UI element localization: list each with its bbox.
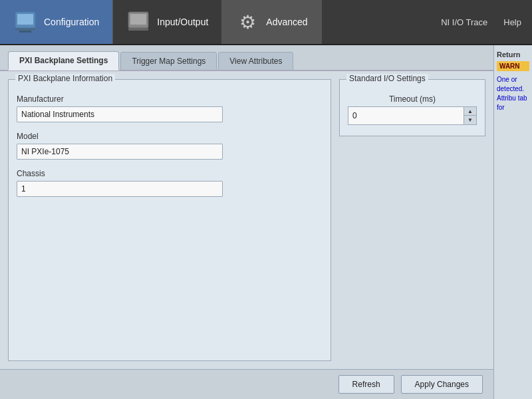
toolbar-input-output[interactable]: Input/Output — [113, 0, 222, 44]
spinner-buttons: ▲ ▼ — [464, 106, 477, 125]
gear-icon: ⚙ — [235, 10, 259, 34]
input-output-icon — [126, 10, 150, 34]
apply-changes-button[interactable]: Apply Changes — [401, 375, 483, 394]
model-group: Model — [17, 132, 323, 160]
toolbar-configuration[interactable]: Configuration — [0, 0, 113, 44]
toolbar-input-output-label: Input/Output — [157, 17, 208, 27]
svg-rect-1 — [17, 14, 33, 25]
toolbar-spacer — [322, 0, 431, 44]
configuration-icon — [13, 10, 37, 34]
timeout-label: Timeout (ms) — [348, 94, 477, 104]
spinner-up-button[interactable]: ▲ — [464, 107, 476, 116]
toolbar: Configuration Input/Output ⚙ Advanced NI… — [0, 0, 532, 45]
content-with-strip: PXI Backplane Settings Trigger Map Setti… — [0, 45, 532, 399]
io-section: Standard I/O Settings Timeout (ms) ▲ ▼ — [339, 79, 485, 361]
io-groupbox-title: Standard I/O Settings — [346, 74, 428, 83]
spinner-down-button[interactable]: ▼ — [464, 116, 476, 124]
pxi-backplane-groupbox: PXI Backplane Information Manufacturer M… — [8, 79, 331, 361]
chassis-label: Chassis — [17, 169, 323, 178]
tab-view-attributes[interactable]: View Attributes — [218, 52, 293, 70]
manufacturer-label: Manufacturer — [17, 94, 323, 104]
chassis-group: Chassis — [17, 169, 323, 197]
model-input[interactable] — [17, 144, 223, 160]
tab-pxi-backplane[interactable]: PXI Backplane Settings — [8, 51, 119, 70]
timeout-field: Timeout (ms) ▲ ▼ — [348, 94, 477, 125]
svg-rect-3 — [19, 31, 31, 33]
return-label: Return — [497, 51, 529, 59]
groupbox-title: PXI Backplane Information — [15, 74, 115, 83]
bottom-bar: Refresh Apply Changes — [0, 369, 493, 399]
warn-badge: WARN — [497, 61, 529, 71]
toolbar-advanced-label: Advanced — [266, 17, 307, 27]
pxi-backplane-section: PXI Backplane Information Manufacturer M… — [8, 79, 331, 361]
timeout-input[interactable] — [348, 106, 464, 125]
help-link[interactable]: Help — [503, 17, 521, 27]
svg-rect-2 — [15, 28, 35, 31]
svg-rect-6 — [128, 28, 148, 31]
main-area: PXI Backplane Settings Trigger Map Setti… — [0, 45, 532, 399]
toolbar-configuration-label: Configuration — [44, 17, 99, 27]
io-groupbox: Standard I/O Settings Timeout (ms) ▲ ▼ — [339, 79, 485, 136]
model-label: Model — [17, 132, 323, 141]
ni-io-trace-link[interactable]: NI I/O Trace — [441, 17, 487, 27]
manufacturer-input[interactable] — [17, 106, 223, 122]
toolbar-right-items: NI I/O Trace Help — [430, 0, 532, 44]
content-inner: PXI Backplane Settings Trigger Map Setti… — [0, 45, 493, 399]
right-warning-strip: Return WARN One or detected. Attribu tab… — [493, 45, 532, 399]
manufacturer-group: Manufacturer — [17, 94, 323, 122]
svg-rect-5 — [130, 14, 146, 25]
content-panel: PXI Backplane Information Manufacturer M… — [0, 71, 493, 369]
chassis-input[interactable] — [17, 181, 223, 197]
timeout-spinner: ▲ ▼ — [348, 106, 477, 125]
tab-trigger-map[interactable]: Trigger Map Settings — [120, 52, 217, 70]
toolbar-advanced[interactable]: ⚙ Advanced — [222, 0, 321, 44]
refresh-button[interactable]: Refresh — [338, 375, 394, 394]
warn-text: One or detected. Attribu tab for — [497, 75, 529, 112]
tabs-bar: PXI Backplane Settings Trigger Map Setti… — [0, 45, 493, 71]
